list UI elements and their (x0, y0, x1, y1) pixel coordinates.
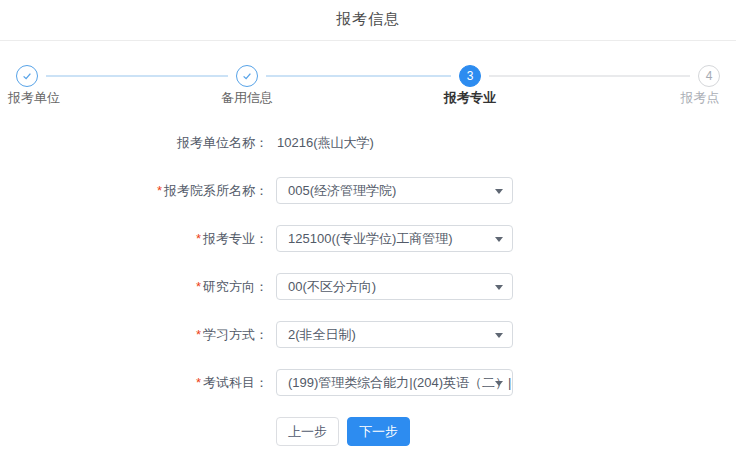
step-1-label: 报考单位 (8, 89, 60, 107)
footer-buttons: 上一步 下一步 (276, 417, 736, 446)
unit-name-label: 报考单位名称： (0, 134, 268, 152)
step-connector-1-2 (46, 75, 228, 77)
department-select-value: 005(经济管理学院) (288, 183, 396, 198)
step-connector-2-3 (266, 75, 451, 77)
step-3-circle: 3 (459, 65, 481, 87)
research-direction-select-value: 00(不区分方向) (288, 279, 376, 294)
check-icon (21, 70, 33, 82)
dropdown-caret-icon (495, 333, 503, 338)
check-icon (241, 70, 253, 82)
step-4-circle: 4 (698, 65, 720, 87)
step-4-number: 4 (706, 69, 713, 83)
department-label: 报考院系所名称： (164, 183, 268, 198)
stepper: 3 4 报考单位 备用信息 报考专业 报考点 (0, 41, 736, 105)
research-direction-label: 研究方向： (203, 279, 268, 294)
step-4-label: 报考点 (681, 89, 720, 107)
form-row-study-mode: *学习方式： 2(非全日制) (0, 321, 736, 348)
required-marker: * (196, 327, 201, 342)
required-marker: * (196, 375, 201, 390)
step-3-label: 报考专业 (444, 89, 496, 107)
form-row-major: *报考专业： 125100((专业学位)工商管理) (0, 225, 736, 252)
dropdown-caret-icon (495, 237, 503, 242)
next-step-button[interactable]: 下一步 (347, 417, 410, 446)
study-mode-select[interactable]: 2(非全日制) (276, 321, 513, 348)
step-2-label: 备用信息 (221, 89, 273, 107)
required-marker: * (196, 279, 201, 294)
department-select[interactable]: 005(经济管理学院) (276, 177, 513, 204)
exam-subjects-label: 考试科目： (203, 375, 268, 390)
major-select[interactable]: 125100((专业学位)工商管理) (276, 225, 513, 252)
required-marker: * (196, 231, 201, 246)
dropdown-caret-icon (495, 189, 503, 194)
study-mode-select-value: 2(非全日制) (288, 327, 356, 342)
dropdown-caret-icon (495, 285, 503, 290)
step-3-number: 3 (467, 69, 474, 83)
form-row-department: *报考院系所名称： 005(经济管理学院) (0, 177, 736, 204)
step-2-circle (236, 65, 258, 87)
required-marker: * (157, 183, 162, 198)
form-row-research-direction: *研究方向： 00(不区分方向) (0, 273, 736, 300)
step-1-circle (16, 65, 38, 87)
research-direction-select[interactable]: 00(不区分方向) (276, 273, 513, 300)
application-info-page: 报考信息 3 4 报考单位 备用信息 报考专业 (0, 0, 736, 457)
exam-subjects-select[interactable]: (199)管理类综合能力|(204)英语（二）|(-)无 (276, 369, 513, 396)
page-title: 报考信息 (0, 0, 736, 40)
form-row-unit-name: 报考单位名称： 10216(燕山大学) (0, 129, 736, 156)
unit-name-value: 10216(燕山大学) (277, 134, 374, 152)
step-connector-3-4 (489, 75, 690, 77)
prev-step-button[interactable]: 上一步 (276, 417, 339, 446)
major-select-value: 125100((专业学位)工商管理) (288, 231, 453, 246)
exam-subjects-select-value: (199)管理类综合能力|(204)英语（二）|(-)无 (288, 375, 513, 390)
application-form: 报考单位名称： 10216(燕山大学) *报考院系所名称： 005(经济管理学院… (0, 129, 736, 396)
dropdown-caret-icon (495, 381, 503, 386)
study-mode-label: 学习方式： (203, 327, 268, 342)
form-row-exam-subjects: *考试科目： (199)管理类综合能力|(204)英语（二）|(-)无 (0, 369, 736, 396)
major-label: 报考专业： (203, 231, 268, 246)
